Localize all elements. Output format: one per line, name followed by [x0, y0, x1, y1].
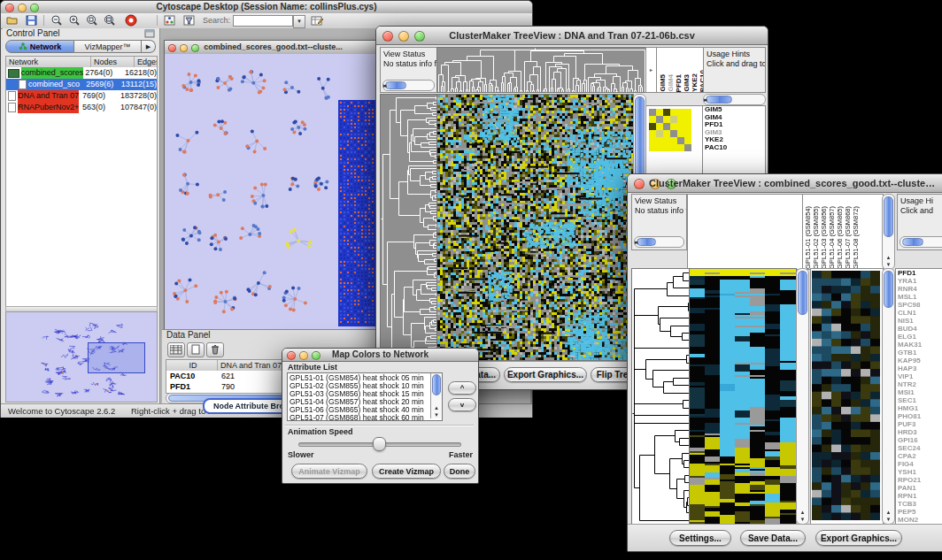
tv2-gene-label[interactable]: HMG1: [896, 404, 942, 412]
tv2-gene-label[interactable]: MON2: [896, 516, 942, 524]
tv2-export-graphics-button[interactable]: Export Graphics...: [815, 530, 902, 546]
tv2-gene-label[interactable]: PAN1: [896, 484, 942, 492]
tv2-gene-label[interactable]: YRA1: [896, 277, 942, 285]
annotation-icon[interactable]: [164, 15, 176, 27]
tv2-gene-label[interactable]: FIG4: [896, 460, 942, 468]
search-dropdown-button[interactable]: ▾: [293, 15, 305, 28]
network-list-row[interactable]: combined_sco2569(6)13112(15): [6, 79, 157, 90]
move-down-button[interactable]: v: [448, 398, 476, 411]
birdseye-view[interactable]: [5, 311, 158, 403]
search-input[interactable]: [233, 15, 293, 27]
help-lifering-icon[interactable]: [125, 14, 138, 27]
tab-more-button[interactable]: ▶: [142, 40, 156, 53]
tv2-gene-label[interactable]: GTB1: [896, 349, 942, 357]
tv2-column-dendrogram[interactable]: [687, 194, 803, 270]
tv2-genes-scrollbar[interactable]: ▴▾: [882, 268, 895, 525]
tv2-save-data-button[interactable]: Save Data...: [740, 530, 806, 546]
tv2-gene-label[interactable]: TCB3: [896, 500, 942, 508]
zoom-in-icon[interactable]: [68, 15, 81, 27]
network-list-row[interactable]: RNAPuberNov2+563(0)107847(0): [6, 102, 157, 113]
datapanel-trash-icon[interactable]: [206, 342, 224, 357]
tv2-gene-list[interactable]: PFD1YRA1RNR4MSL1SPC98CLN1NIS1BUD4ELG1MAK…: [895, 268, 942, 525]
tv1-heatmap[interactable]: [436, 94, 634, 361]
tv1-gene-label[interactable]: PAC10: [703, 144, 765, 152]
tv2-gene-label[interactable]: RPN1: [896, 492, 942, 500]
slider-thumb[interactable]: [373, 437, 386, 451]
close-button[interactable]: [5, 4, 14, 12]
tv2-settings-button[interactable]: Settings...: [669, 530, 731, 546]
attribute-item[interactable]: GPL51-07 (GSM868) heat shock 60 min: [288, 414, 431, 421]
close-button[interactable]: [634, 179, 645, 189]
tv1-row-dendrogram[interactable]: [380, 94, 437, 361]
tv2-row-dendrogram[interactable]: [631, 268, 690, 525]
tv2-gene-label[interactable]: YSH1: [896, 468, 942, 476]
zoom-out-icon[interactable]: [50, 15, 63, 27]
tv2-gene-label[interactable]: NTR2: [896, 380, 942, 388]
zoom-selected-icon[interactable]: [86, 15, 98, 27]
done-button[interactable]: Done: [444, 464, 475, 479]
close-button[interactable]: [287, 351, 296, 360]
tv2-gene-label[interactable]: CLN1: [896, 309, 942, 317]
dialog-titlebar[interactable]: Map Colors to Network: [282, 349, 478, 362]
tv2-gene-label[interactable]: PEP5: [896, 508, 942, 516]
animate-vizmap-button[interactable]: Animate Vizmap: [291, 464, 367, 479]
create-vizmap-button[interactable]: Create Vizmap: [372, 464, 441, 479]
tv2-heatmap-vscrollbar[interactable]: ▴▾: [796, 268, 809, 525]
tv1-hints-scrollbar[interactable]: ◂▸: [703, 94, 766, 105]
col-network[interactable]: Network: [6, 57, 91, 67]
datapanel-doc-icon[interactable]: [187, 342, 205, 357]
tab-vizmapper[interactable]: VizMapper™: [74, 40, 142, 53]
tv1-export-graphics-button[interactable]: Export Graphics...: [504, 367, 587, 382]
tv2-zoom-heatmap[interactable]: [812, 271, 880, 520]
network-list-row[interactable]: DNA and Tran 07769(0)183728(0): [6, 90, 157, 102]
open-file-icon[interactable]: [6, 15, 19, 26]
tab-network[interactable]: Network: [5, 40, 74, 53]
tv1-similarity-matrix[interactable]: [649, 109, 691, 151]
tv2-gene-label[interactable]: PUF3: [896, 420, 942, 428]
treeview2-titlebar[interactable]: ClusterMaker TreeView : combined_scores_…: [628, 174, 942, 193]
move-up-button[interactable]: ^: [448, 381, 476, 395]
filter-icon[interactable]: [183, 15, 196, 27]
col-edges[interactable]: Edges: [135, 57, 157, 67]
frame-close-button[interactable]: [168, 44, 176, 52]
tv2-collabels-scrollbar[interactable]: ▴▾: [882, 194, 895, 270]
tv2-gene-label[interactable]: MSL1: [896, 293, 942, 301]
dp-col-id[interactable]: ID: [166, 360, 218, 371]
tv2-gene-label[interactable]: ELG1: [896, 333, 942, 341]
tv2-gene-label[interactable]: MAK31: [896, 341, 942, 349]
treeview1-titlebar[interactable]: ClusterMaker TreeView : DNA and Tran 07-…: [376, 27, 768, 45]
float-panel-icon[interactable]: [144, 29, 155, 38]
tv2-heatmap[interactable]: [689, 268, 797, 525]
tv2-gene-label[interactable]: NIS1: [896, 317, 942, 325]
tv2-gene-label[interactable]: RNR4: [896, 285, 942, 293]
tv1-column-dendrogram[interactable]: [436, 47, 646, 93]
tv2-gene-label[interactable]: HRD3: [896, 428, 942, 436]
tv2-gene-label[interactable]: PFD1: [896, 269, 942, 277]
tv2-gene-label[interactable]: PHO81: [896, 412, 942, 420]
tv2-gene-label[interactable]: BUD4: [896, 325, 942, 333]
tv2-gene-label[interactable]: SEC24: [896, 444, 942, 452]
network-frame-titlebar[interactable]: combined_scores_good.txt--cluste...: [165, 41, 382, 55]
network-view[interactable]: [165, 54, 380, 329]
col-nodes[interactable]: Nodes: [91, 57, 135, 67]
attribute-listbox[interactable]: GPL51-01 (GSM854) heat shock 05 minGPL51…: [287, 372, 443, 421]
tv2-gene-label[interactable]: SPC98: [896, 301, 942, 309]
tv1-status-scrollbar[interactable]: ◂▸: [382, 80, 435, 91]
table-edit-icon[interactable]: [311, 15, 324, 27]
tv2-gene-label[interactable]: CPA2: [896, 452, 942, 460]
tv2-gene-label[interactable]: KAP95: [896, 357, 942, 364]
tv2-gene-label[interactable]: RPO21: [896, 476, 942, 484]
tv2-gene-label[interactable]: GPI16: [896, 436, 942, 444]
tv2-gene-label[interactable]: MSI1: [896, 388, 942, 396]
tv2-hints-scrollbar[interactable]: [900, 236, 942, 248]
network-list-row[interactable]: combined_scores2764(0)16218(0): [6, 67, 157, 79]
main-titlebar[interactable]: Cytoscape Desktop (Session Name: collins…: [1, 1, 532, 14]
tv2-status-scrollbar[interactable]: ◂▸: [634, 236, 684, 248]
zoom-fit-icon[interactable]: [104, 15, 116, 27]
save-icon[interactable]: [26, 15, 37, 26]
close-button[interactable]: [382, 31, 393, 42]
tv2-gene-label[interactable]: HAP3: [896, 364, 942, 372]
datapanel-table-icon[interactable]: [167, 342, 185, 357]
tv2-gene-label[interactable]: VIP1: [896, 372, 942, 380]
tv2-gene-label[interactable]: SEC1: [896, 396, 942, 404]
